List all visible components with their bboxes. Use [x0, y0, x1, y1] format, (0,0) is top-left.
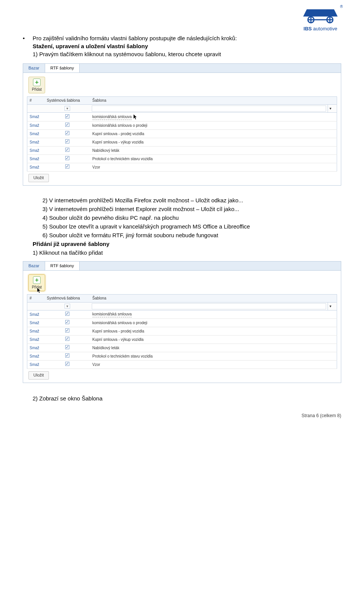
table-row: SmažKupní smlouva - prodej vozidla — [27, 130, 337, 138]
delete-link[interactable]: Smaž — [30, 157, 39, 161]
system-template-checkbox[interactable] — [65, 353, 69, 358]
template-name[interactable]: komisionářská smlouva — [93, 114, 132, 120]
system-template-checkbox[interactable] — [65, 362, 69, 366]
delete-link[interactable]: Smaž — [30, 132, 39, 136]
templates-grid-2: # Systémová šablona Šablona ▾ ▾ Smažkomi… — [27, 294, 337, 369]
filter-sys-dropdown-2[interactable]: ▾ — [64, 304, 70, 309]
system-template-checkbox[interactable] — [65, 328, 69, 333]
filter-more-dropdown-2[interactable]: ▾ — [328, 303, 337, 310]
col-header-name-2[interactable]: Šablona — [90, 295, 328, 303]
col-header-del-2[interactable]: # — [27, 295, 45, 303]
system-template-checkbox[interactable] — [65, 131, 69, 135]
table-row: Smažkomisionářská smlouva o prodeji — [27, 121, 337, 130]
step-2: 2) V internetovém prohlížeči Mozilla Fir… — [33, 196, 341, 204]
template-name[interactable]: Vzor — [93, 165, 100, 169]
delete-link[interactable]: Smaž — [30, 354, 39, 358]
table-row: SmažKupní smlouva - prodej vozidla — [27, 327, 337, 336]
section2-step1: 1) Kliknout na tlačítko přidat — [33, 249, 341, 257]
table-row: SmažKupní smlouva - výkup vozidla — [27, 336, 337, 344]
save-button-2[interactable]: Uložit — [28, 371, 49, 379]
delete-link[interactable]: Smaž — [30, 329, 39, 333]
delete-link[interactable]: Smaž — [30, 115, 39, 119]
template-name[interactable]: Kupní smlouva - výkup vozidla — [93, 337, 144, 342]
step-5: 5) Soubor lze otevřít a upravit v kancel… — [33, 222, 341, 230]
step-6: 6) Soubor uložit ve formátu RTF, jiný fo… — [33, 231, 341, 239]
template-name[interactable]: Nabídkový leták — [93, 148, 119, 153]
system-template-checkbox[interactable] — [65, 320, 69, 324]
delete-link[interactable]: Smaž — [30, 165, 39, 169]
brand-logo: ® IBS automotive — [300, 7, 341, 32]
templates-grid-1: # Systémová šablona Šablona ▾ ▾ Smažkomi… — [27, 96, 337, 172]
system-template-checkbox[interactable] — [65, 164, 69, 169]
col-header-del[interactable]: # — [27, 97, 45, 105]
tab-rtf[interactable]: RTF šablony — [45, 64, 80, 72]
tab-bazar[interactable]: Bazar — [23, 64, 45, 72]
plus-icon-2: + — [33, 276, 41, 284]
filter-more-dropdown[interactable]: ▾ — [328, 105, 337, 113]
step-4: 4) Soubor uložit do pevného disku PC nap… — [33, 214, 341, 222]
system-template-checkbox[interactable] — [65, 156, 69, 160]
step-3: 3) V internetovém prohlížeči Internet Ex… — [33, 205, 341, 213]
template-name[interactable]: Protokol o technickém stavu vozidla — [93, 354, 153, 358]
template-name[interactable]: komisionářská smlouva — [93, 312, 132, 317]
plus-icon: + — [33, 79, 41, 86]
template-name[interactable]: Kupní smlouva - prodej vozidla — [93, 329, 144, 333]
template-name[interactable]: Vzor — [93, 362, 100, 367]
delete-link[interactable]: Smaž — [30, 123, 39, 128]
system-template-checkbox[interactable] — [65, 139, 69, 143]
delete-link[interactable]: Smaž — [30, 362, 39, 367]
screenshot-1: Bazar RTF šablony + Přidat # Systémová š… — [23, 63, 341, 186]
table-row: SmažKupní smlouva - výkup vozidla — [27, 138, 337, 147]
cursor-icon — [37, 287, 41, 293]
system-template-checkbox[interactable] — [65, 114, 69, 118]
delete-link[interactable]: Smaž — [30, 321, 39, 325]
filter-sys-dropdown[interactable]: ▾ — [64, 106, 70, 111]
section1-heading: Stažení, upravení a uložení vlastní šabl… — [33, 42, 237, 50]
template-name[interactable]: Kupní smlouva - prodej vozidla — [93, 132, 144, 136]
screenshot-2: Bazar RTF šablony + Přidat # Systémová š… — [23, 261, 341, 383]
table-row: SmažVzor — [27, 163, 337, 172]
add-label: Přidat — [32, 87, 42, 92]
system-template-checkbox[interactable] — [65, 123, 69, 127]
save-button-1[interactable]: Uložit — [28, 174, 49, 182]
template-name[interactable]: Protokol o technickém stavu vozidla — [93, 157, 153, 161]
step-1: 1) Pravým tlačítkem kliknout na systémov… — [33, 50, 237, 58]
col-header-sys-2[interactable]: Systémová šablona — [45, 295, 90, 303]
delete-link[interactable]: Smaž — [30, 337, 39, 342]
tab-rtf-2[interactable]: RTF šablony — [45, 262, 80, 270]
intro-line: Pro zajištění validního formátu vlastni … — [33, 34, 237, 42]
col-header-name[interactable]: Šablona — [90, 97, 328, 105]
system-template-checkbox[interactable] — [65, 337, 69, 341]
table-row: Smažkomisionářská smlouva — [27, 113, 337, 121]
delete-link[interactable]: Smaž — [30, 140, 39, 144]
system-template-checkbox[interactable] — [65, 312, 69, 316]
page-footer: Strana 6 (celkem 8) — [301, 413, 341, 418]
table-row: SmažNabídkový leták — [27, 344, 337, 352]
filter-name-input[interactable] — [92, 106, 326, 112]
table-row: Smažkomisionářská smlouva — [27, 310, 337, 319]
template-name[interactable]: Kupní smlouva - výkup vozidla — [93, 140, 144, 144]
delete-link[interactable]: Smaž — [30, 148, 39, 153]
template-name[interactable]: komisionářská smlouva o prodeji — [93, 123, 147, 128]
system-template-checkbox[interactable] — [65, 345, 69, 349]
template-name[interactable]: Nabídkový leták — [93, 346, 119, 350]
system-template-checkbox[interactable] — [65, 148, 69, 152]
brand-text: IBS automotive — [300, 26, 341, 32]
template-name[interactable]: komisionářská smlouva o prodeji — [93, 321, 147, 325]
table-row: SmažProtokol o technickém stavu vozidla — [27, 155, 337, 163]
section2-heading: Přidání již upravené šablony — [33, 240, 341, 248]
table-row: SmažProtokol o technickém stavu vozidla — [27, 352, 337, 361]
add-button[interactable]: + Přidat — [28, 77, 45, 93]
tab-bazar-2[interactable]: Bazar — [23, 262, 45, 270]
cursor-icon — [133, 114, 138, 120]
table-row: SmažNabídkový leták — [27, 147, 337, 155]
col-header-sys[interactable]: Systémová šablona — [45, 97, 90, 105]
delete-link[interactable]: Smaž — [30, 346, 39, 350]
carriage-icon — [300, 7, 341, 24]
last-step: 2) Zobrazí se okno Šablona — [33, 394, 341, 402]
delete-link[interactable]: Smaž — [30, 312, 39, 317]
bullet-dot: • — [23, 34, 33, 42]
filter-name-input-2[interactable] — [92, 303, 326, 309]
registered-mark: ® — [340, 5, 343, 9]
table-row: Smažkomisionářská smlouva o prodeji — [27, 319, 337, 327]
